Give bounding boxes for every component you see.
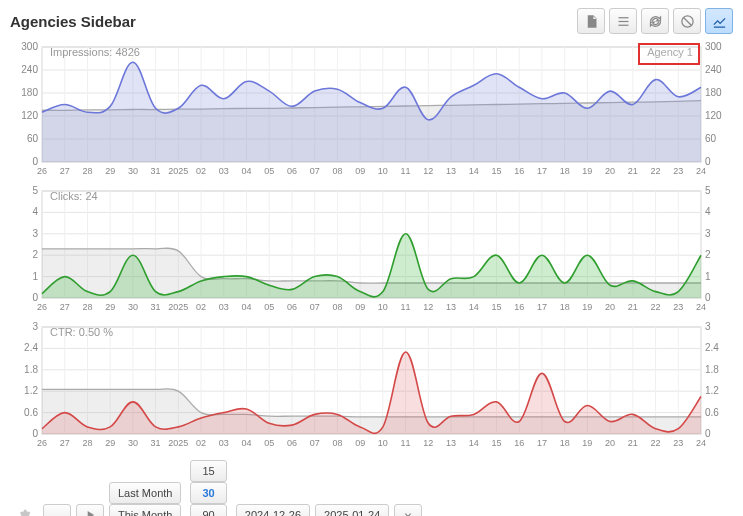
chart-button[interactable] [705,8,733,34]
svg-text:5: 5 [32,186,38,196]
refresh-button[interactable] [641,8,669,34]
footer-bar: Last MonthThis MonthThis Year 1530901803… [10,460,733,516]
agency-label: Agency 1 [647,46,693,58]
svg-text:05: 05 [264,438,274,448]
svg-text:02: 02 [196,438,206,448]
svg-text:180: 180 [705,87,722,98]
svg-text:14: 14 [469,166,479,176]
svg-text:2: 2 [32,249,38,260]
svg-text:180: 180 [21,87,38,98]
svg-text:07: 07 [310,302,320,312]
svg-text:05: 05 [264,166,274,176]
svg-text:0.6: 0.6 [705,407,719,418]
svg-text:14: 14 [469,302,479,312]
block-button[interactable] [673,8,701,34]
prev-button[interactable] [43,504,71,516]
svg-text:26: 26 [37,302,47,312]
svg-text:28: 28 [82,166,92,176]
document-button[interactable] [577,8,605,34]
svg-text:3: 3 [705,322,711,332]
svg-text:2.4: 2.4 [24,342,38,353]
svg-text:30: 30 [128,166,138,176]
svg-text:23: 23 [673,438,683,448]
svg-text:3: 3 [32,322,38,332]
svg-text:1.8: 1.8 [24,364,38,375]
play-button[interactable] [76,504,104,516]
svg-text:24: 24 [696,438,706,448]
toolbar [577,8,733,34]
svg-text:12: 12 [423,166,433,176]
download-button[interactable] [394,504,422,516]
svg-text:29: 29 [105,302,115,312]
svg-text:31: 31 [151,302,161,312]
svg-text:19: 19 [582,302,592,312]
svg-text:24: 24 [696,302,706,312]
svg-text:1: 1 [32,271,38,282]
svg-text:08: 08 [332,302,342,312]
days-30[interactable]: 30 [190,482,226,504]
svg-text:26: 26 [37,438,47,448]
svg-text:1.2: 1.2 [24,385,38,396]
svg-text:2: 2 [705,249,711,260]
svg-text:29: 29 [105,438,115,448]
svg-text:22: 22 [651,166,661,176]
svg-text:06: 06 [287,166,297,176]
svg-text:19: 19 [582,166,592,176]
svg-text:09: 09 [355,302,365,312]
svg-text:0.6: 0.6 [24,407,38,418]
svg-text:07: 07 [310,166,320,176]
date-to[interactable]: 2025-01-24 [315,504,389,516]
svg-text:08: 08 [332,166,342,176]
svg-text:60: 60 [27,133,39,144]
svg-text:03: 03 [219,302,229,312]
svg-text:16: 16 [514,302,524,312]
svg-text:1.2: 1.2 [705,385,719,396]
svg-text:26: 26 [37,166,47,176]
svg-text:240: 240 [705,64,722,75]
svg-text:120: 120 [21,110,38,121]
settings-icon[interactable] [10,504,38,516]
svg-text:3: 3 [705,228,711,239]
svg-text:3: 3 [32,228,38,239]
svg-text:27: 27 [60,166,70,176]
svg-text:02: 02 [196,302,206,312]
svg-text:22: 22 [651,302,661,312]
svg-text:04: 04 [242,166,252,176]
svg-text:08: 08 [332,438,342,448]
svg-text:04: 04 [242,438,252,448]
list-button[interactable] [609,8,637,34]
svg-text:12: 12 [423,302,433,312]
svg-text:2025: 2025 [168,302,188,312]
svg-text:240: 240 [21,64,38,75]
chart-0: 0060601201201801802402403003002627282930… [10,42,733,180]
svg-text:300: 300 [21,42,38,52]
svg-text:31: 31 [151,166,161,176]
svg-text:22: 22 [651,438,661,448]
svg-text:15: 15 [491,166,501,176]
range-this-month[interactable]: This Month [109,504,181,516]
days-90[interactable]: 90 [190,504,226,516]
svg-text:12: 12 [423,438,433,448]
svg-text:28: 28 [82,438,92,448]
svg-text:18: 18 [560,438,570,448]
svg-text:27: 27 [60,438,70,448]
range-last-month[interactable]: Last Month [109,482,181,504]
svg-text:1: 1 [705,271,711,282]
days-15[interactable]: 15 [190,460,226,482]
svg-text:15: 15 [491,302,501,312]
svg-text:28: 28 [82,302,92,312]
svg-text:18: 18 [560,166,570,176]
svg-text:2025: 2025 [168,438,188,448]
svg-text:04: 04 [242,302,252,312]
date-from[interactable]: 2024-12-26 [236,504,310,516]
svg-text:06: 06 [287,302,297,312]
chart-title-2: CTR: 0.50 % [50,326,113,338]
svg-text:31: 31 [151,438,161,448]
chart-title-1: Clicks: 24 [50,190,98,202]
svg-text:03: 03 [219,166,229,176]
svg-text:20: 20 [605,302,615,312]
svg-line-4 [683,17,691,25]
svg-text:30: 30 [128,438,138,448]
chart-1: 0011223344552627282930312025020304050607… [10,186,733,316]
svg-text:11: 11 [401,438,411,448]
